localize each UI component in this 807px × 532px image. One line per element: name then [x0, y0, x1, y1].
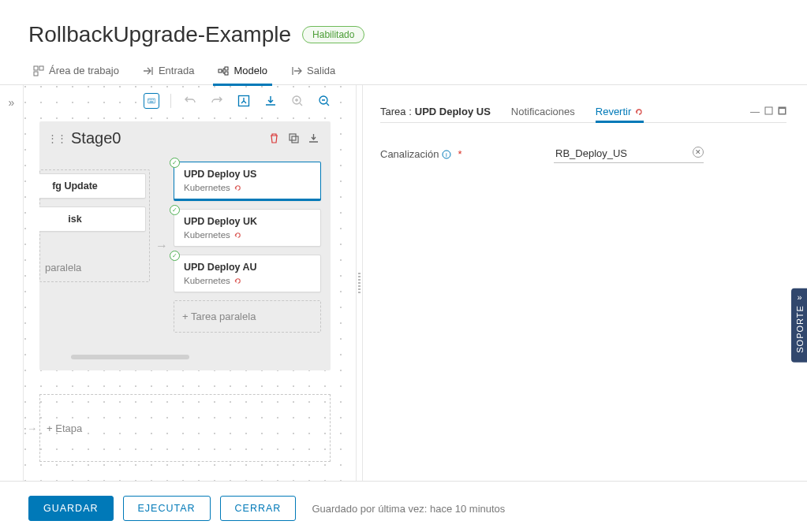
- model-icon: [218, 65, 229, 76]
- task-card[interactable]: fg Update: [39, 173, 146, 199]
- input-icon: [143, 65, 154, 76]
- save-button[interactable]: GUARDAR: [28, 496, 114, 521]
- status-ok-icon: ✓: [170, 251, 180, 261]
- status-ok-icon: ✓: [170, 205, 180, 215]
- delete-icon[interactable]: [268, 132, 280, 144]
- svg-rect-2: [34, 72, 38, 76]
- tab-label: Entrada: [159, 65, 195, 76]
- arrow-right-icon: →: [155, 158, 169, 333]
- fit-icon[interactable]: [236, 93, 252, 109]
- svg-rect-15: [290, 134, 296, 140]
- svg-rect-5: [225, 72, 228, 75]
- svg-rect-6: [148, 99, 155, 103]
- svg-rect-11: [150, 102, 154, 102]
- add-stage-label: Etapa: [55, 422, 82, 434]
- zoom-out-icon[interactable]: [316, 93, 332, 109]
- vertical-splitter[interactable]: [356, 85, 362, 481]
- stage-title: Stage0: [71, 129, 121, 147]
- page-title: RollbackUpgrade-Example: [28, 22, 291, 47]
- task-card-upd-deploy-uk[interactable]: ✓ UPD Deploy UK Kubernetes: [174, 209, 321, 247]
- drag-handle-icon[interactable]: ⋮⋮: [47, 132, 66, 144]
- download-stage-icon[interactable]: [308, 132, 319, 144]
- svg-rect-16: [292, 136, 298, 143]
- stage-card[interactable]: ⋮⋮ Stage0: [39, 121, 331, 370]
- support-label: SOPORTE: [795, 305, 805, 353]
- maximize-icon[interactable]: [778, 106, 786, 117]
- parallel-label: Tarea paralela: [191, 311, 256, 322]
- task-name: UPD Deploy US: [184, 169, 312, 180]
- task-name: isk: [39, 214, 137, 225]
- support-tab[interactable]: SOPORTE »: [791, 288, 807, 363]
- svg-rect-19: [779, 109, 785, 113]
- svg-point-10: [153, 99, 154, 100]
- status-ok-icon: ✓: [170, 158, 180, 168]
- revert-icon: [234, 277, 242, 285]
- field-label-pipeline: Canalización i *: [380, 148, 554, 160]
- tab-output[interactable]: Salida: [291, 57, 335, 85]
- zoom-in-icon[interactable]: [290, 93, 305, 109]
- redo-icon[interactable]: [209, 93, 225, 109]
- svg-rect-3: [219, 69, 222, 73]
- info-icon[interactable]: i: [442, 150, 451, 159]
- parallel-placeholder-label: paralela: [40, 262, 146, 273]
- tab-revert[interactable]: Revertir: [596, 106, 644, 122]
- footer-bar: GUARDAR EJECUTAR CERRAR Guardado por últ…: [0, 481, 807, 532]
- run-button[interactable]: EJECUTAR: [123, 496, 211, 521]
- tab-workspace[interactable]: Área de trabajo: [33, 57, 119, 85]
- task-card[interactable]: isk: [39, 206, 146, 232]
- svg-rect-0: [34, 66, 38, 70]
- tab-notifications[interactable]: Notificaciones: [511, 106, 575, 122]
- arrow-right-icon: ⋯→: [24, 422, 37, 434]
- tab-label: Salida: [307, 65, 335, 76]
- svg-rect-1: [39, 66, 43, 70]
- svg-rect-4: [225, 67, 228, 70]
- workspace-icon: [33, 65, 44, 76]
- close-button[interactable]: CERRAR: [220, 496, 297, 521]
- tab-model[interactable]: Modelo: [218, 57, 267, 85]
- expand-left-button[interactable]: »: [0, 85, 24, 481]
- chevron-down-icon: »: [797, 293, 802, 303]
- svg-point-9: [151, 99, 152, 100]
- required-asterisk: *: [458, 148, 461, 160]
- last-saved-label: Guardado por última vez: hace 10 minutos: [312, 503, 505, 515]
- panel-title: Tarea :UPD Deploy US: [380, 106, 491, 122]
- status-badge: Habilitado: [302, 26, 364, 43]
- svg-point-7: [148, 99, 149, 100]
- task-card-upd-deploy-us[interactable]: ✓ UPD Deploy US Kubernetes: [174, 162, 321, 201]
- keyboard-icon[interactable]: [144, 93, 159, 109]
- model-canvas[interactable]: ⋮⋮ Stage0: [24, 85, 363, 481]
- canvas-toolbar: [140, 91, 335, 110]
- main-tab-bar: Área de trabajo Entrada Modelo Salida: [0, 57, 807, 85]
- revert-icon: [234, 231, 242, 240]
- download-icon[interactable]: [263, 93, 278, 109]
- task-name: UPD Deploy UK: [184, 216, 312, 227]
- svg-rect-17: [765, 107, 772, 114]
- duplicate-icon[interactable]: [288, 132, 300, 144]
- details-panel: Tarea :UPD Deploy US Notificaciones Reve…: [363, 85, 807, 481]
- revert-icon: [634, 107, 644, 117]
- task-type: Kubernetes: [184, 230, 230, 240]
- undo-icon[interactable]: [182, 93, 198, 109]
- clear-input-icon[interactable]: ✕: [693, 147, 704, 158]
- svg-text:i: i: [446, 151, 448, 158]
- pipeline-input[interactable]: [554, 145, 704, 163]
- add-parallel-task[interactable]: + Tarea paralela: [174, 300, 321, 333]
- task-type: Kubernetes: [184, 183, 230, 192]
- tab-label: Modelo: [234, 65, 267, 76]
- minimize-icon[interactable]: —: [750, 106, 760, 117]
- tab-label: Área de trabajo: [49, 65, 119, 76]
- output-icon: [291, 65, 302, 76]
- revert-icon: [234, 184, 242, 192]
- task-type: Kubernetes: [184, 276, 230, 285]
- task-name: fg Update: [39, 180, 137, 192]
- tab-input[interactable]: Entrada: [143, 57, 195, 85]
- add-stage-placeholder[interactable]: ⋯→ + Etapa: [39, 394, 331, 462]
- task-card-upd-deploy-au[interactable]: ✓ UPD Deploy AU Kubernetes: [174, 255, 321, 292]
- horizontal-scrollbar[interactable]: [71, 355, 189, 359]
- svg-point-8: [150, 99, 151, 100]
- task-name: UPD Deploy AU: [184, 262, 312, 273]
- restore-icon[interactable]: [764, 106, 773, 117]
